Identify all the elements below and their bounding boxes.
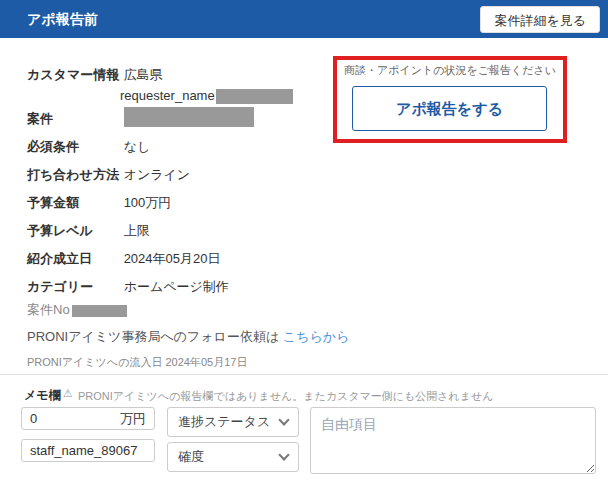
requester-name-text: requester_name xyxy=(120,88,215,103)
page-title: アポ報告前 xyxy=(27,0,98,38)
row-value: 上限 xyxy=(124,223,150,238)
staff-name-input[interactable] xyxy=(22,440,154,461)
report-prompt-text: 商談・アポイントの状況をご報告ください xyxy=(333,63,567,78)
warning-icon: ⚠ xyxy=(63,387,73,400)
free-text-area[interactable] xyxy=(310,407,596,474)
memo-notice-text: PRONIアイミツへの報告欄ではありません。またカスタマー側にも公開されません xyxy=(78,389,494,404)
row-case-number: 案件No xyxy=(27,301,127,319)
row-label: カスタマー情報 xyxy=(27,66,120,84)
row-label: 予算金額 xyxy=(27,194,120,212)
redaction-box xyxy=(216,89,293,104)
row-value: 広島県 xyxy=(124,67,163,82)
row-value: オンライン xyxy=(124,167,191,182)
apo-report-button[interactable]: アポ報告をする xyxy=(352,86,547,131)
row-label: 案件 xyxy=(27,110,120,128)
case-no-label: 案件No xyxy=(27,302,70,317)
row-case: 案件 xyxy=(27,110,254,128)
redaction-box xyxy=(72,305,127,317)
apo-report-page: アポ報告前 案件詳細を見る カスタマー情報 広島県 requester_name… xyxy=(0,0,608,482)
row-customer-info: カスタマー情報 広島県 xyxy=(27,66,163,84)
row-label: カテゴリー xyxy=(27,278,120,296)
row-budget-level: 予算レベル 上限 xyxy=(27,222,150,240)
row-label: 予算レベル xyxy=(27,222,120,240)
follow-request-line: PRONIアイミツ事務局へのフォロー依頼は こちらから xyxy=(27,328,349,346)
row-value: 2024年05月20日 xyxy=(124,251,221,266)
amount-input[interactable] xyxy=(30,411,120,426)
inflow-date-line: PRONIアイミツへの流入日 2024年05月17日 xyxy=(27,355,247,370)
row-value: なし xyxy=(124,139,151,154)
follow-text: PRONIアイミツ事務局へのフォロー依頼は xyxy=(27,329,283,344)
row-budget-amount: 予算金額 100万円 xyxy=(27,194,171,212)
section-divider xyxy=(0,374,608,375)
chevron-down-icon xyxy=(278,449,289,460)
row-label: 打ち合わせ方法 xyxy=(27,166,120,184)
row-label: 必須条件 xyxy=(27,138,120,156)
row-label: 紹介成立日 xyxy=(27,250,120,268)
header-bar: アポ報告前 案件詳細を見る xyxy=(0,0,608,38)
confidence-select-label: 確度 xyxy=(178,448,280,466)
row-intro-date: 紹介成立日 2024年05月20日 xyxy=(27,250,220,268)
progress-status-select[interactable]: 進捗ステータス xyxy=(167,407,299,437)
chevron-down-icon xyxy=(278,414,289,425)
memo-section-label: メモ欄 xyxy=(24,387,61,404)
case-detail-button[interactable]: 案件詳細を見る xyxy=(480,6,600,33)
confidence-select[interactable]: 確度 xyxy=(167,442,299,472)
row-category: カテゴリー ホームページ制作 xyxy=(27,278,229,296)
row-value: ホームページ制作 xyxy=(124,279,229,294)
row-required-conditions: 必須条件 なし xyxy=(27,138,150,156)
redaction-box xyxy=(124,107,254,127)
row-customer-name: requester_name xyxy=(120,88,293,104)
progress-status-select-label: 進捗ステータス xyxy=(178,413,280,431)
amount-unit-label: 万円 xyxy=(120,410,146,428)
follow-link[interactable]: こちらから xyxy=(283,329,350,344)
staff-name-input-wrapper xyxy=(21,439,155,462)
row-value: 100万円 xyxy=(124,195,172,210)
row-meeting-method: 打ち合わせ方法 オンライン xyxy=(27,166,190,184)
amount-input-wrapper: 万円 xyxy=(21,407,155,430)
